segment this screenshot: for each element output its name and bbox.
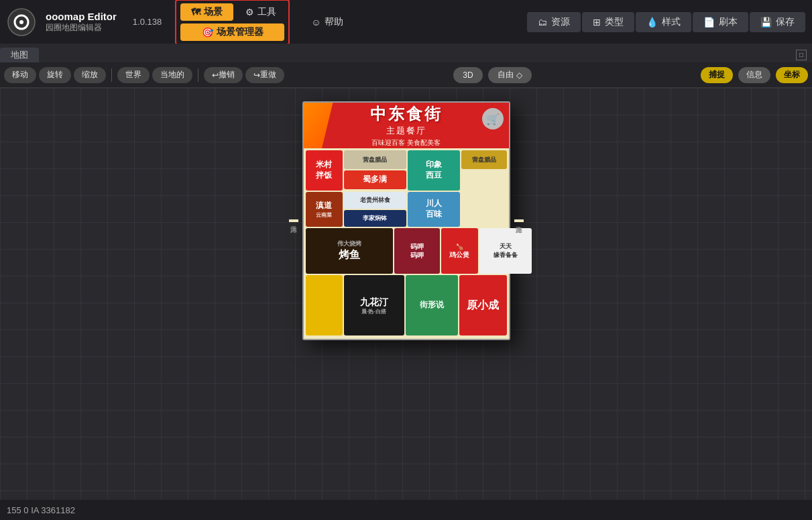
scene-manager-button[interactable]: 🎯 场景管理器 — [180, 23, 284, 41]
main-menu: 🗂 资源 ⊞ 类型 💧 样式 📄 刷本 💾 保存 — [527, 12, 805, 32]
tools-label: 工具 — [257, 6, 276, 18]
help-icon: ☺ — [311, 17, 321, 28]
info-button[interactable]: 信息 — [738, 67, 770, 83]
store-grid: 米村 拌饭 营盘腊品 蜀多满 印象 西豆 — [304, 148, 509, 339]
save-button[interactable]: 💾 保存 — [750, 12, 805, 32]
app-subtitle: 园圈地图编辑器 — [46, 23, 117, 32]
gear-icon: ⚙ — [245, 7, 254, 17]
scene-label: 场景 — [204, 6, 223, 18]
maximize-button[interactable]: □ — [796, 50, 807, 60]
scene-menu-bottom-row: 🎯 场景管理器 — [180, 23, 284, 41]
store-tile-滇道[interactable]: 滇道 云南菜 — [306, 192, 343, 227]
divider-1 — [111, 68, 112, 82]
map-3d-view[interactable]: 天津路 上海路 中东食街 主题餐厅 百味迎百客 美食配美客 🛒 米 — [302, 101, 510, 340]
banner-icon: 🛒 — [482, 108, 504, 129]
store-tile-营盘2[interactable]: 营盘腊品 — [461, 150, 507, 169]
toolbar: 移动 旋转 缩放 世界 当地的 ↩ 撤销 ↪ 重做 3D 自由 ◇ 捕捉 信息 … — [0, 62, 812, 88]
col-group-2: 营盘腊品 — [461, 150, 507, 191]
store-tile-川人百味[interactable]: 川人 百味 — [408, 192, 460, 227]
store-tile-印象西豆[interactable]: 印象 西豆 — [408, 150, 460, 191]
diamond-icon: ◇ — [516, 70, 522, 80]
store-tile-老贵[interactable]: 老贵州林食 — [344, 192, 406, 209]
store-tile-码呷[interactable]: 码呷 码呷 — [394, 228, 440, 274]
store-tile-营盘腊品[interactable]: 营盘腊品 — [344, 150, 406, 169]
right-street-label: 上海路 — [514, 219, 524, 222]
col-group-1: 营盘腊品 蜀多满 — [344, 150, 406, 191]
scene-menu-box: 🗺 场景 ⚙ 工具 🎯 场景管理器 — [175, 0, 290, 45]
store-tile-米村拌饭[interactable]: 米村 拌饭 — [306, 150, 343, 191]
map-flat: 天津路 上海路 中东食街 主题餐厅 百味迎百客 美食配美客 🛒 米 — [302, 101, 510, 340]
store-tile-街形说[interactable]: 街形说 — [406, 275, 458, 335]
styles-label: 样式 — [662, 16, 681, 28]
help-button[interactable]: ☺ 帮助 — [303, 13, 351, 31]
tools-button[interactable]: ⚙ 工具 — [237, 3, 284, 21]
coord-button[interactable]: 坐标 — [776, 67, 808, 83]
droplet-icon: 💧 — [646, 17, 658, 28]
grid-icon: ⊞ — [593, 17, 601, 28]
titlebar: ooomap Editor 园圈地图编辑器 1.0.138 🗺 场景 ⚙ 工具 … — [0, 0, 812, 44]
world-label: 世界 — [125, 69, 141, 81]
banner-title: 中东食街 — [370, 103, 443, 125]
coord-label: 坐标 — [784, 70, 800, 79]
scene-manager-icon: 🎯 — [202, 27, 213, 38]
store-tile-李家[interactable]: 李家焖钵 — [344, 210, 406, 227]
store-tile-天天缘香[interactable]: 天天 缘香备备 — [479, 228, 532, 274]
app-name: ooomap Editor 园圈地图编辑器 — [46, 11, 117, 32]
resources-icon: 🗂 — [538, 17, 547, 28]
tile-row-1: 米村 拌饭 营盘腊品 蜀多满 印象 西豆 — [306, 150, 507, 191]
types-label: 类型 — [605, 16, 624, 28]
store-tile-蜀多满[interactable]: 蜀多满 — [344, 170, 406, 189]
scene-button[interactable]: 🗺 场景 — [180, 3, 233, 21]
store-tile-原小成[interactable]: 原小成 — [459, 275, 507, 335]
store-tile-spacer — [461, 192, 507, 227]
capture-button[interactable]: 捕捉 — [701, 67, 733, 83]
redo-button[interactable]: ↪ 重做 — [245, 67, 284, 83]
script-label: 刷本 — [719, 16, 738, 28]
store-tile-yellow — [306, 275, 343, 335]
rotate-tool[interactable]: 旋转 — [39, 67, 71, 83]
banner-inner: 中东食街 主题餐厅 百味迎百客 美食配美客 — [304, 103, 509, 148]
redo-label: 重做 — [260, 69, 276, 81]
left-street-label: 天津路 — [289, 219, 298, 222]
app-title: ooomap Editor — [46, 11, 117, 23]
app-logo — [7, 7, 36, 37]
script-button[interactable]: 📄 刷本 — [693, 12, 748, 32]
banner-subtitle: 主题餐厅 — [386, 125, 426, 137]
col-group-3: 老贵州林食 李家焖钵 — [344, 192, 406, 227]
rotate-label: 旋转 — [47, 69, 63, 81]
capture-label: 捕捉 — [709, 70, 725, 79]
map-tab[interactable]: 地图 — [0, 48, 39, 62]
save-icon: 💾 — [760, 17, 772, 28]
zoom-tool[interactable]: 缩放 — [74, 67, 106, 83]
undo-label: 撤销 — [219, 69, 235, 81]
free-label: 自由 — [498, 69, 514, 81]
scene-manager-label: 场景管理器 — [217, 26, 264, 38]
move-tool[interactable]: 移动 — [4, 67, 36, 83]
tile-row-4: 九花汀 晨·热·白搭 街形说 原小成 — [306, 275, 507, 335]
undo-button[interactable]: ↩ 撤销 — [204, 67, 243, 83]
tile-row-2: 滇道 云南菜 老贵州林食 李家焖钵 川人 百味 — [306, 192, 507, 227]
move-label: 移动 — [12, 69, 28, 81]
store-tile-鸡公煲[interactable]: 🍗 鸡公煲 — [441, 228, 478, 274]
styles-button[interactable]: 💧 样式 — [636, 12, 691, 32]
viewport[interactable]: 天津路 上海路 中东食街 主题餐厅 百味迎百客 美食配美客 🛒 米 — [0, 88, 812, 504]
store-tile-九花汀[interactable]: 九花汀 晨·热·白搭 — [344, 275, 404, 335]
win-controls: □ — [796, 48, 807, 60]
map-tab-label: 地图 — [11, 50, 28, 60]
local-label: 当地的 — [160, 69, 184, 81]
undo-icon: ↩ — [212, 70, 219, 80]
statusbar: 155 0 IA 3361182 — [0, 500, 812, 520]
store-tile-烤鱼[interactable]: 伟大烧烤 烤鱼 — [306, 228, 393, 274]
resources-label: 资源 — [551, 16, 570, 28]
3d-view-button[interactable]: 3D — [453, 67, 482, 83]
free-view-button[interactable]: 自由 ◇ — [488, 67, 532, 83]
local-toggle[interactable]: 当地的 — [152, 67, 192, 83]
help-label: 帮助 — [325, 16, 343, 28]
version-label: 1.0.138 — [133, 17, 162, 27]
resources-button[interactable]: 🗂 资源 — [527, 12, 581, 32]
types-button[interactable]: ⊞ 类型 — [582, 12, 634, 32]
world-toggle[interactable]: 世界 — [117, 67, 150, 83]
save-label: 保存 — [776, 16, 795, 28]
tile-row-3: 伟大烧烤 烤鱼 码呷 码呷 🍗 鸡公煲 天天 缘香备备 — [306, 228, 507, 274]
scene-menu-top-row: 🗺 场景 ⚙ 工具 — [180, 3, 284, 21]
